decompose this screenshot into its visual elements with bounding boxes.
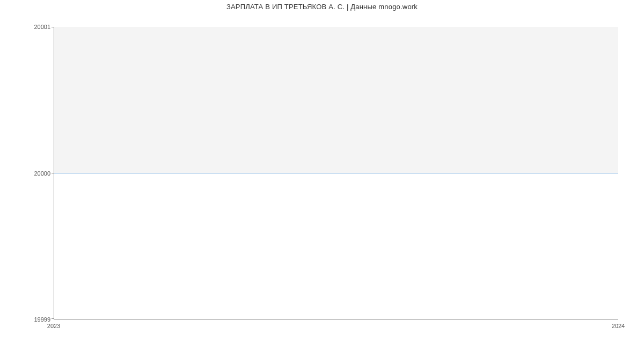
series-line (54, 173, 618, 173)
plot-area (54, 27, 618, 319)
y-tick (52, 318, 54, 319)
y-tick (52, 27, 54, 27)
x-tick-label: 2023 (47, 323, 60, 329)
chart-title: ЗАРПЛАТА В ИП ТРЕТЬЯКОВ А. С. | Данные m… (0, 3, 644, 11)
y-tick-label: 19999 (34, 316, 50, 323)
x-tick-label: 2024 (612, 323, 625, 329)
alt-band (54, 27, 618, 173)
line-chart: ЗАРПЛАТА В ИП ТРЕТЬЯКОВ А. С. | Данные m… (0, 0, 644, 349)
y-tick-label: 20000 (34, 170, 50, 177)
y-tick-label: 20001 (34, 24, 50, 30)
